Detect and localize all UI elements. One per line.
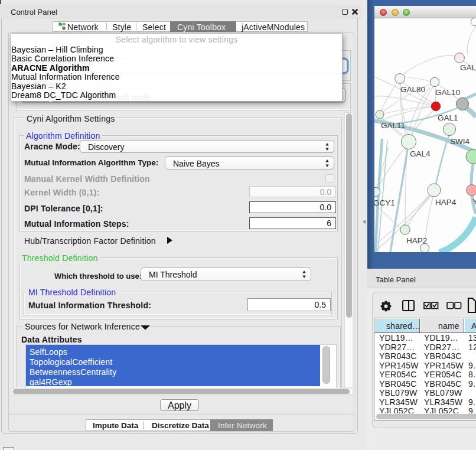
svg-text:GAL7: GAL7 (460, 63, 476, 72)
svg-text:GAL11: GAL11 (381, 121, 405, 130)
svg-text:SWI4: SWI4 (450, 137, 470, 146)
svg-text:GAL4: GAL4 (410, 149, 431, 158)
svg-text:GAL10: GAL10 (435, 88, 460, 97)
svg-text:HAP4: HAP4 (435, 198, 457, 207)
svg-text:HAP2: HAP2 (406, 236, 427, 245)
svg-text:Y: Y (472, 197, 476, 206)
svg-text:GAL1: GAL1 (438, 113, 458, 122)
svg-text:GAL80: GAL80 (400, 85, 425, 94)
svg-text:GCY1: GCY1 (374, 198, 395, 207)
